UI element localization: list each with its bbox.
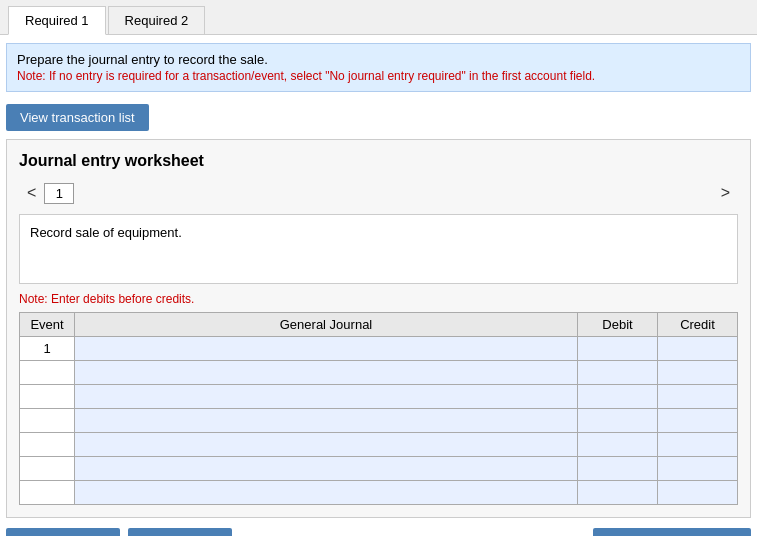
journal-input[interactable] (75, 409, 577, 432)
event-cell: 1 (20, 337, 75, 361)
record-entry-button[interactable]: Record entry (6, 528, 120, 536)
journal-cell[interactable] (75, 481, 578, 505)
credit-cell[interactable] (658, 361, 738, 385)
info-note-text: Note: If no entry is required for a tran… (17, 69, 740, 83)
debit-cell[interactable] (578, 361, 658, 385)
event-cell (20, 481, 75, 505)
credit-cell[interactable] (658, 457, 738, 481)
debit-cell[interactable] (578, 433, 658, 457)
event-cell (20, 457, 75, 481)
table-row (20, 457, 738, 481)
journal-cell[interactable] (75, 433, 578, 457)
debit-input[interactable] (578, 481, 657, 504)
credit-input[interactable] (658, 409, 737, 432)
col-header-credit: Credit (658, 313, 738, 337)
info-main-text: Prepare the journal entry to record the … (17, 52, 740, 67)
credit-cell[interactable] (658, 337, 738, 361)
debit-cell[interactable] (578, 481, 658, 505)
table-row (20, 433, 738, 457)
worksheet-title: Journal entry worksheet (19, 152, 738, 170)
col-header-journal: General Journal (75, 313, 578, 337)
table-row (20, 361, 738, 385)
nav-right-arrow[interactable]: > (713, 182, 738, 204)
bottom-buttons: Record entry Clear entry View general jo… (6, 528, 751, 536)
event-cell (20, 409, 75, 433)
tab-required-1[interactable]: Required 1 (8, 6, 106, 35)
journal-table: Event General Journal Debit Credit 1 (19, 312, 738, 505)
credit-input[interactable] (658, 457, 737, 480)
journal-cell[interactable] (75, 337, 578, 361)
credit-cell[interactable] (658, 385, 738, 409)
description-box: Record sale of equipment. (19, 214, 738, 284)
table-row (20, 481, 738, 505)
credit-input[interactable] (658, 385, 737, 408)
tabs-bar: Required 1 Required 2 (0, 0, 757, 35)
credit-input[interactable] (658, 481, 737, 504)
journal-input[interactable] (75, 433, 577, 456)
journal-input[interactable] (75, 457, 577, 480)
debit-input[interactable] (578, 361, 657, 384)
debit-input[interactable] (578, 457, 657, 480)
credit-input[interactable] (658, 337, 737, 360)
event-cell (20, 361, 75, 385)
table-row: 1 (20, 337, 738, 361)
credit-input[interactable] (658, 361, 737, 384)
worksheet-nav: < 1 > (19, 182, 738, 204)
col-header-debit: Debit (578, 313, 658, 337)
credit-input[interactable] (658, 433, 737, 456)
table-row (20, 385, 738, 409)
debit-cell[interactable] (578, 457, 658, 481)
credit-cell[interactable] (658, 409, 738, 433)
event-cell (20, 385, 75, 409)
col-header-event: Event (20, 313, 75, 337)
journal-cell[interactable] (75, 409, 578, 433)
journal-entry-worksheet: Journal entry worksheet < 1 > Record sal… (6, 139, 751, 518)
clear-entry-button[interactable]: Clear entry (128, 528, 232, 536)
debit-input[interactable] (578, 433, 657, 456)
credit-cell[interactable] (658, 433, 738, 457)
journal-cell[interactable] (75, 457, 578, 481)
journal-input[interactable] (75, 481, 577, 504)
journal-input[interactable] (75, 337, 577, 360)
debit-input[interactable] (578, 385, 657, 408)
debit-input[interactable] (578, 337, 657, 360)
view-general-journal-button[interactable]: View general journal (593, 528, 751, 536)
journal-cell[interactable] (75, 361, 578, 385)
view-transaction-button[interactable]: View transaction list (6, 104, 149, 131)
nav-left-arrow[interactable]: < (19, 182, 44, 204)
tab-required-2[interactable]: Required 2 (108, 6, 206, 34)
nav-page-number: 1 (44, 183, 74, 204)
info-banner: Prepare the journal entry to record the … (6, 43, 751, 92)
debit-input[interactable] (578, 409, 657, 432)
debit-cell[interactable] (578, 385, 658, 409)
journal-input[interactable] (75, 361, 577, 384)
debit-cell[interactable] (578, 409, 658, 433)
journal-cell[interactable] (75, 385, 578, 409)
debit-cell[interactable] (578, 337, 658, 361)
credit-cell[interactable] (658, 481, 738, 505)
table-row (20, 409, 738, 433)
event-cell (20, 433, 75, 457)
note-debits: Note: Enter debits before credits. (19, 292, 738, 306)
journal-input[interactable] (75, 385, 577, 408)
